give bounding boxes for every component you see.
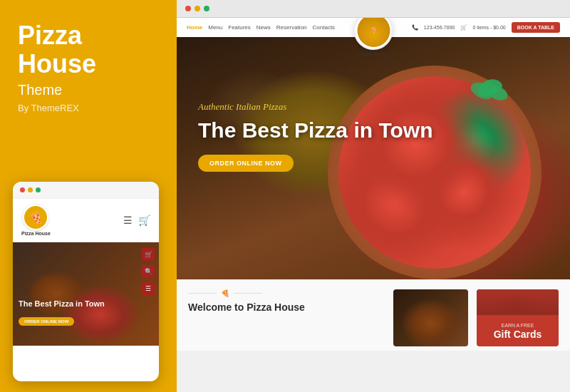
nav-link-home[interactable]: Home [187, 24, 202, 31]
nav-cart[interactable]: 0 items - $0.00 [472, 25, 505, 30]
nav-link-features[interactable]: Features [228, 24, 251, 31]
browser-dot-green [204, 6, 209, 11]
browser-dot-red [185, 6, 191, 11]
site-nav-right: 📞 123-456-7890 🛒 0 items - $0.00 BOOK A … [412, 22, 560, 33]
gift-card-small-text: earn a free [502, 323, 534, 328]
food-thumbnail [393, 289, 468, 346]
nav-phone: 123-456-7890 [424, 25, 455, 30]
site-logo-icon: 🍕 [354, 18, 393, 50]
gift-card-text: earn a free Gift Cards [477, 315, 559, 346]
mobile-order-button[interactable]: ORDER ONLINE NOW [19, 317, 74, 326]
gift-card-title: Gift Cards [494, 329, 542, 339]
divider-line-left [188, 293, 217, 294]
site-nav-links: Home Menu Features News Reservation Cont… [187, 24, 335, 31]
pizza-slice-icon: 🍕 [221, 289, 229, 297]
browser-chrome [177, 0, 570, 18]
mobile-hero-title: The Best Pizza in Town [19, 299, 153, 309]
theme-subtitle: Theme [18, 82, 157, 98]
mobile-menu-icon[interactable]: ☰ [142, 282, 155, 295]
site-logo: 🍕 Pizza House [354, 18, 393, 56]
gift-card-banner[interactable]: earn a free Gift Cards [477, 289, 559, 346]
mobile-logo-icon: 🍕 [23, 205, 48, 230]
hero-tagline: Authentic Italian Pizzas [198, 101, 432, 113]
mobile-hero-bg [13, 242, 159, 346]
cart-icon: 🛒 [460, 24, 467, 31]
site-logo-name: Pizza House [359, 51, 388, 56]
site-nav: Home Menu Features News Reservation Cont… [177, 18, 570, 37]
site-hero: Authentic Italian Pizzas The Best Pizza … [177, 37, 570, 279]
theme-title: Pizza House [18, 21, 157, 78]
nav-link-reservation[interactable]: Reservation [276, 24, 307, 31]
gift-card-image [477, 289, 559, 315]
hero-cta-button[interactable]: ORDER ONLINE NOW [198, 155, 294, 172]
divider-line-right [234, 293, 262, 294]
mobile-dot-green [36, 187, 41, 192]
hero-content: Authentic Italian Pizzas The Best Pizza … [198, 101, 432, 172]
mobile-logo: 🍕 Pizza House [21, 205, 51, 236]
mobile-search-icon[interactable]: 🔍 [142, 265, 155, 278]
theme-author: By ThemeREX [18, 103, 157, 113]
site-bottom: 🍕 Welcome to Pizza House earn a free Gif… [177, 279, 570, 351]
welcome-title: Welcome to Pizza House [188, 301, 385, 313]
desktop-preview: Home Menu Features News Reservation Cont… [177, 0, 570, 392]
hamburger-icon[interactable]: ☰ [123, 215, 133, 226]
welcome-section: 🍕 Welcome to Pizza House [188, 289, 385, 313]
mobile-dot-yellow [28, 187, 33, 192]
phone-icon: 📞 [412, 24, 418, 31]
basil-decoration [470, 80, 513, 108]
website-content: Home Menu Features News Reservation Cont… [177, 18, 570, 388]
nav-link-contacts[interactable]: Contacts [313, 24, 336, 31]
mobile-hero-text: The Best Pizza in Town ORDER ONLINE NOW [19, 299, 153, 326]
browser-dot-yellow [195, 6, 200, 11]
mobile-cart-icon[interactable]: 🛒 [142, 248, 155, 261]
book-table-button[interactable]: BOOK A TABLE [512, 22, 560, 33]
mobile-hero: 🛒 🔍 ☰ The Best Pizza in Town ORDER ONLIN… [13, 242, 159, 346]
mobile-titlebar [13, 182, 159, 199]
hero-title: The Best Pizza in Town [198, 118, 432, 142]
cart-icon[interactable]: 🛒 [138, 215, 150, 226]
nav-link-menu[interactable]: Menu [208, 24, 222, 31]
section-divider: 🍕 [188, 289, 385, 297]
mobile-dot-red [20, 187, 25, 192]
mobile-side-icons: 🛒 🔍 ☰ [142, 248, 155, 295]
mobile-logo-name: Pizza House [21, 231, 51, 236]
nav-link-news[interactable]: News [256, 24, 271, 31]
mobile-nav-icons: ☰ 🛒 [123, 215, 150, 226]
left-panel: Pizza House Theme By ThemeREX 🍕 Pizza Ho… [0, 0, 175, 392]
pizza-logo-text: 🍕 [370, 27, 377, 33]
mobile-mockup: 🍕 Pizza House ☰ 🛒 🛒 🔍 ☰ The Best Pizza i… [13, 182, 159, 381]
pizza-logo-inner: 🍕 [357, 18, 390, 47]
mobile-header: 🍕 Pizza House ☰ 🛒 [13, 199, 159, 242]
food-thumbnail-image [393, 289, 468, 346]
